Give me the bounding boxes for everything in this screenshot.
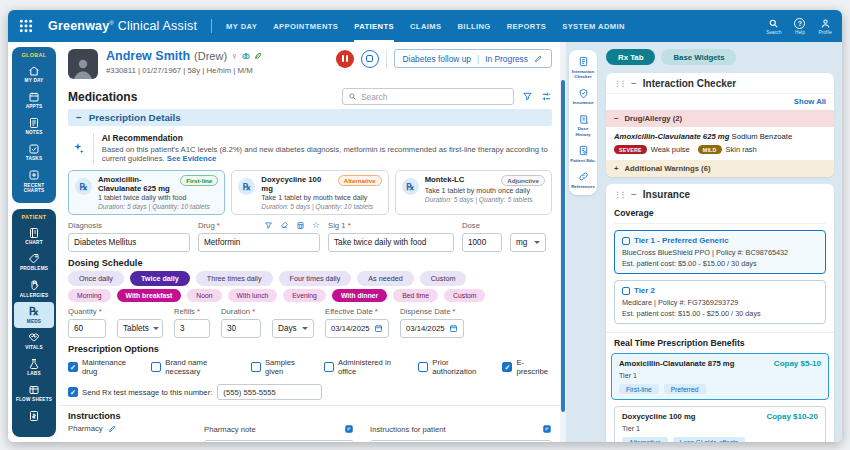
edit-pharmacy-icon[interactable]: [108, 424, 117, 433]
chip-as-needed[interactable]: As needed: [357, 271, 413, 286]
chip-bed-time[interactable]: Bed time: [393, 289, 438, 302]
pause-recording-button[interactable]: [336, 50, 354, 68]
tier-1-card[interactable]: Tier 1 - Preferred Generic BlueCross Blu…: [614, 230, 826, 274]
tab-rx-tab[interactable]: Rx Tab: [606, 49, 655, 65]
diagnosis-input[interactable]: [68, 233, 190, 252]
chip-once-daily[interactable]: Once daily: [68, 271, 124, 286]
dose-input[interactable]: [462, 233, 502, 252]
dispense-date-input[interactable]: 03/14/2025: [400, 319, 464, 338]
pharmacy-note-textarea[interactable]: [205, 441, 353, 442]
eraser-icon[interactable]: [280, 221, 289, 230]
additional-warnings-header[interactable]: + Additional Warnings (6): [606, 160, 834, 177]
edit-pencil-icon[interactable]: [534, 54, 543, 63]
benefit-card[interactable]: Amoxicillin-Clavulanate 875 mgCopay $5-1…: [611, 353, 829, 400]
nav-my-day[interactable]: MY DAY: [226, 10, 257, 42]
chip-with-lunch[interactable]: With lunch: [228, 289, 278, 302]
calendar-icon[interactable]: [374, 324, 383, 333]
nav-billing[interactable]: BILLING: [457, 10, 490, 42]
checkbox-e-prescribe[interactable]: ✓E-prescribe: [502, 358, 552, 376]
rail-item-dose-history[interactable]: Dose History: [570, 114, 596, 138]
note-template-icon[interactable]: [344, 424, 354, 434]
sidebar-item-allergies[interactable]: ALLERGIES: [14, 276, 54, 302]
sidebar-item-notes[interactable]: NOTES: [14, 113, 54, 139]
encounter-chip[interactable]: Diabetes follow up | In Progress: [394, 49, 552, 68]
chip-morning[interactable]: Morning: [68, 289, 111, 302]
favorites-star-icon[interactable]: ☆: [312, 221, 320, 230]
sidebar-item-problems[interactable]: PROBLEMS: [14, 249, 54, 275]
collapse-icon[interactable]: −: [631, 189, 637, 200]
nav-patients[interactable]: PATIENTS: [354, 10, 394, 42]
rail-item-interaction-checker[interactable]: Interaction Checker: [570, 56, 596, 80]
filter-icon[interactable]: [264, 221, 273, 230]
dose-unit-select[interactable]: mg: [510, 233, 546, 252]
nav-appointments[interactable]: APPOINTMENTS: [273, 10, 338, 42]
recommendation-card[interactable]: ℞ Amoxicillin-Clavulanate 625 mgFirst-li…: [68, 170, 225, 216]
recommendation-card[interactable]: ℞ Doxycycline 100 mgAlternative Take 1 t…: [231, 170, 388, 216]
recommendation-card[interactable]: ℞ Montek-LCAdjunctive Take 1 tablet by m…: [395, 170, 552, 216]
quantity-input[interactable]: [68, 319, 106, 338]
checkbox-samples-given[interactable]: Samples given: [251, 358, 311, 376]
sidebar-item-chart[interactable]: CHART: [14, 223, 54, 249]
checkbox-brand-name[interactable]: Brand name necessary: [151, 358, 238, 376]
help-button[interactable]: ? Help: [794, 18, 805, 35]
sidebar-item-recent-charts[interactable]: RECENT CHARTS: [14, 166, 54, 198]
drag-handle-icon[interactable]: ⋮⋮: [614, 80, 625, 88]
sidebar-item-vitals[interactable]: VITALS: [14, 328, 54, 354]
chip-twice-daily[interactable]: Twice daily: [130, 271, 190, 286]
chip-evening[interactable]: Evening: [283, 289, 326, 302]
duration-input[interactable]: [221, 319, 261, 338]
sms-phone-input[interactable]: [217, 384, 322, 400]
effective-date-input[interactable]: 03/14/2025: [325, 319, 389, 338]
sidebar-item-meds[interactable]: ℞ MEDS: [14, 302, 54, 328]
see-evidence-link[interactable]: See Evidence: [167, 154, 217, 163]
sort-icon[interactable]: [541, 91, 552, 102]
drag-handle-icon[interactable]: ⋮⋮: [614, 191, 625, 199]
sidebar-item-tasks[interactable]: TASKS: [14, 139, 54, 165]
tier-2-card[interactable]: Tier 2 Medicare | Policy #: FG7369293729…: [614, 280, 826, 324]
duration-unit-select[interactable]: Days: [272, 319, 314, 338]
nav-system-admin[interactable]: SYSTEM ADMIN: [562, 10, 625, 42]
sidebar-item-flow-sheets[interactable]: FLOW SHEETS: [14, 380, 54, 406]
rail-item-insurance[interactable]: Insurance: [570, 88, 596, 106]
tab-base-widgets[interactable]: Base Widgets: [661, 49, 736, 65]
refills-input[interactable]: [174, 319, 210, 338]
nav-claims[interactable]: CLAIMS: [410, 10, 442, 42]
profile-button[interactable]: Profile: [818, 18, 832, 35]
chip-three-times-daily[interactable]: Three times daily: [196, 271, 273, 286]
sidebar-item-my-day[interactable]: MY DAY: [14, 61, 54, 87]
note-template-icon[interactable]: [542, 424, 552, 434]
rail-item-references[interactable]: References: [570, 171, 596, 189]
formulary-grid-icon[interactable]: [296, 221, 305, 230]
drug-allergy-group-header[interactable]: − Drug/Allergy (2): [606, 110, 834, 127]
sidebar-item-labs[interactable]: LABS: [14, 354, 54, 380]
chip-with-breakfast[interactable]: With breakfast: [117, 289, 182, 302]
nav-reports[interactable]: REPORTS: [507, 10, 547, 42]
patient-instructions-textarea[interactable]: Take with breakfast to minimize GI side …: [371, 441, 551, 442]
show-all-link[interactable]: Show All: [794, 97, 826, 106]
sidebar-item-billing-docs[interactable]: [14, 406, 54, 425]
chip-custom-frequency[interactable]: Custom: [420, 271, 467, 286]
stop-recording-button[interactable]: [361, 50, 379, 68]
chip-four-times-daily[interactable]: Four times daily: [279, 271, 352, 286]
search-input[interactable]: [361, 92, 508, 102]
scrollbar-thumb[interactable]: [561, 80, 565, 412]
apps-grid-icon[interactable]: [18, 18, 34, 34]
filter-icon[interactable]: [522, 91, 533, 102]
patient-name-link[interactable]: Andrew Smith: [106, 49, 190, 63]
checkbox-send-rx-text[interactable]: ✓Send Rx test message to this number:: [68, 387, 212, 397]
calendar-icon[interactable]: [449, 324, 458, 333]
drug-input[interactable]: [198, 233, 320, 252]
prescription-details-section-header[interactable]: − Prescription Details: [68, 109, 552, 126]
chip-with-dinner[interactable]: With dinner: [332, 289, 387, 302]
rail-item-patient-edu[interactable]: Patient Edu.: [570, 145, 596, 163]
chip-noon[interactable]: Noon: [187, 289, 221, 302]
sig-input[interactable]: [328, 233, 454, 252]
sidebar-item-appts[interactable]: APPTS: [14, 87, 54, 113]
chip-custom-timing[interactable]: Custom: [444, 289, 485, 302]
benefit-card[interactable]: Doxycycline 100 mgCopay $10-20 Tier 1 Al…: [614, 406, 826, 442]
checkbox-prior-authorization[interactable]: Prior authorization: [418, 358, 489, 376]
checkbox-administered-in-office[interactable]: Administered in office: [324, 358, 405, 376]
search-button[interactable]: Search: [766, 18, 781, 35]
collapse-icon[interactable]: −: [631, 78, 637, 89]
checkbox-maintenance-drug[interactable]: ✓Maintenance drug: [68, 358, 138, 376]
